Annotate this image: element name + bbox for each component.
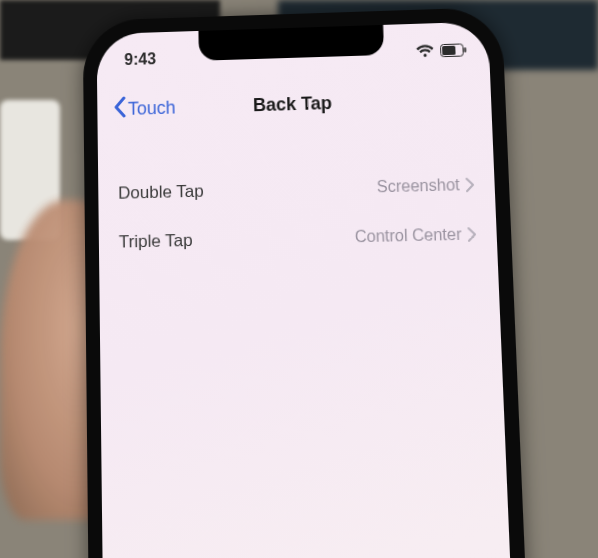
svg-rect-1: [442, 45, 456, 54]
row-value: Screenshot: [377, 176, 460, 197]
phone-frame: 9:43: [83, 7, 537, 558]
row-triple-tap[interactable]: Triple Tap Control Center: [99, 209, 498, 267]
battery-icon: [440, 43, 467, 57]
chevron-left-icon: [113, 95, 126, 122]
svg-rect-2: [464, 47, 466, 52]
row-value: Control Center: [355, 225, 462, 246]
back-button[interactable]: Touch: [105, 85, 184, 131]
notch: [198, 25, 384, 61]
row-label: Triple Tap: [119, 231, 193, 253]
row-label: Double Tap: [118, 181, 204, 203]
wifi-icon: [416, 44, 435, 58]
chevron-right-icon: [466, 178, 475, 193]
settings-list: Double Tap Screenshot Triple Tap Control…: [98, 160, 498, 268]
screen: 9:43: [97, 21, 521, 558]
chevron-right-icon: [467, 227, 476, 242]
page-title: Back Tap: [253, 92, 333, 115]
nav-bar: Touch Back Tap: [97, 76, 492, 132]
status-time: 9:43: [124, 50, 156, 69]
back-label: Touch: [128, 97, 176, 119]
